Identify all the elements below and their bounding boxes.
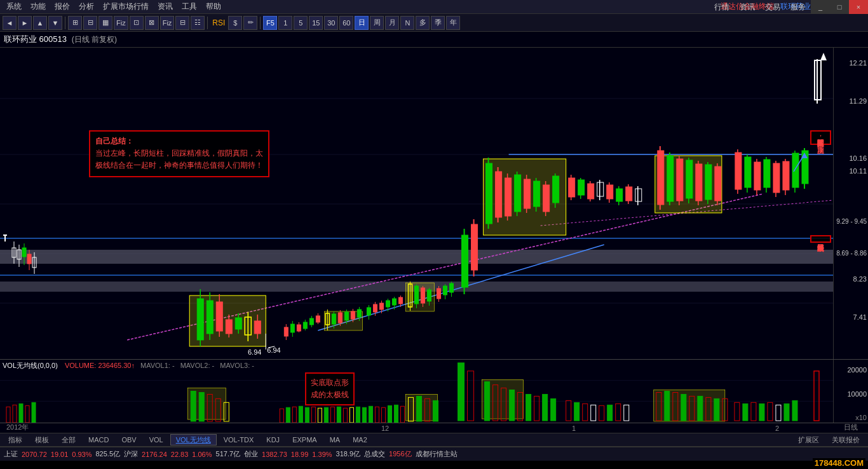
tab-macd[interactable]: MACD [83, 434, 114, 445]
tab-indicator[interactable]: 指标 [3, 434, 28, 445]
tab-related-quote[interactable]: 关联报价 [826, 434, 865, 445]
menu-extend-market[interactable]: 扩展市场行情 [99, 0, 153, 13]
svg-rect-143 [696, 164, 702, 201]
svg-rect-62 [338, 313, 342, 323]
menu-function[interactable]: 功能 [27, 0, 50, 13]
vol-anno-text2: 成的太极线 [311, 389, 349, 401]
menu-help[interactable]: 帮助 [202, 0, 225, 13]
nav-trade[interactable]: 交易 [760, 0, 785, 14]
tab-ma2[interactable]: MA2 [347, 434, 373, 445]
chart-type-4[interactable]: Fiz [114, 16, 128, 30]
indicator-tabs: 指标 模板 全部 MACD OBV VOL VOL无均线 VOL-TDX KDJ… [0, 433, 868, 447]
svg-rect-102 [486, 163, 492, 224]
tf-year[interactable]: 年 [446, 16, 460, 30]
svg-rect-153 [754, 162, 761, 190]
tf-60[interactable]: 60 [339, 16, 353, 30]
svg-rect-241 [768, 402, 773, 421]
nav-service[interactable]: 服务 [785, 0, 811, 14]
tf-day[interactable]: 日 [355, 16, 369, 30]
tf-15[interactable]: 15 [309, 16, 323, 30]
tf-multi[interactable]: 多 [416, 16, 430, 30]
chart-container: 12.21 11.29 10.16 10.11 9.29 - 9.45 8.69… [0, 48, 868, 359]
close-button[interactable]: × [849, 0, 868, 14]
tab-expand[interactable]: 扩展区 [792, 434, 825, 445]
tab-obv[interactable]: OBV [116, 434, 142, 445]
tab-ma[interactable]: MA [324, 434, 346, 445]
price-label-869: 8.69 - 8.86 [836, 250, 867, 257]
up-button[interactable]: ▲ [33, 16, 47, 30]
vol-mavol1: MAVOL1: - [140, 362, 175, 369]
svg-rect-183 [286, 407, 290, 423]
maximize-button[interactable]: □ [830, 0, 849, 14]
svg-rect-49 [297, 325, 301, 331]
menu-analysis[interactable]: 分析 [75, 0, 98, 13]
minimize-button[interactable]: _ [811, 0, 830, 14]
svg-rect-32 [216, 302, 222, 331]
svg-rect-245 [814, 371, 819, 421]
back-button[interactable]: ◄ [3, 16, 17, 30]
status-sz-extra: 517.7亿 [216, 449, 241, 459]
down-button[interactable]: ▼ [48, 16, 62, 30]
status-sh-value: 2070.72 [22, 451, 47, 458]
svg-rect-240 [759, 404, 764, 421]
tab-expma[interactable]: EXPMA [287, 434, 323, 445]
tab-all[interactable]: 全部 [56, 434, 81, 445]
svg-rect-197 [375, 407, 379, 423]
anno-line2: 极线结合在一起时，神奇的事情总值得人们期待！ [95, 160, 263, 172]
chart-type-9[interactable]: ☷ [191, 16, 205, 30]
chart-type-6[interactable]: ⊠ [145, 16, 159, 30]
tab-template[interactable]: 模板 [29, 434, 55, 445]
svg-rect-51 [303, 322, 307, 329]
tf-quarter[interactable]: 季 [431, 16, 445, 30]
svg-rect-91 [437, 289, 441, 299]
svg-rect-157 [773, 163, 780, 193]
chart-type-5[interactable]: ⊡ [130, 16, 144, 30]
draw-btn[interactable]: ✏ [243, 16, 257, 30]
svg-rect-206 [433, 400, 438, 421]
menu-tools[interactable]: 工具 [178, 0, 201, 13]
chart-type-7[interactable]: Fiz [160, 16, 175, 30]
vol-scale-20000: 20000 [847, 366, 867, 374]
tab-vol-tdx[interactable]: VOL-TDX [218, 434, 260, 445]
chart-type-1[interactable]: ⊞ [68, 16, 82, 30]
tab-vol[interactable]: VOL [144, 434, 169, 445]
svg-rect-104 [496, 172, 502, 217]
tab-vol-noma[interactable]: VOL无均线 [170, 434, 217, 445]
svg-rect-242 [776, 405, 781, 421]
tf-month[interactable]: 月 [385, 16, 399, 30]
menu-info[interactable]: 资讯 [154, 0, 177, 13]
dollar-btn[interactable]: $ [228, 16, 242, 30]
nav-market[interactable]: 行情 [709, 0, 735, 14]
svg-rect-244 [792, 400, 797, 421]
svg-rect-36 [235, 318, 241, 329]
f5-button[interactable]: F5 [263, 16, 277, 30]
tf-n[interactable]: N [400, 16, 414, 30]
volume-container: VOL无均线(0,0,0) VOLUME: 236465.30↑ MAVOL1:… [0, 359, 868, 423]
chart-type-2[interactable]: ⊟ [83, 16, 97, 30]
status-total-label: 总成交 [364, 449, 385, 459]
svg-rect-192 [343, 408, 347, 423]
forward-button[interactable]: ► [18, 16, 32, 30]
chart-type-8[interactable]: ⊟ [175, 16, 189, 30]
svg-rect-235 [714, 398, 719, 421]
menu-system[interactable]: 系统 [3, 0, 25, 13]
nav-info[interactable]: 资讯 [735, 0, 760, 14]
price-label-741: 7.41 [853, 313, 867, 321]
tf-1[interactable]: 1 [278, 16, 292, 30]
tf-30[interactable]: 30 [324, 16, 338, 30]
right-nav: 行情 资讯 交易 服务 [709, 0, 811, 14]
tf-week[interactable]: 周 [370, 16, 384, 30]
volume-info: VOL无均线(0,0,0) VOLUME: 236465.30↑ MAVOL1:… [3, 361, 254, 370]
chart-type-3[interactable]: ▦ [98, 16, 112, 30]
svg-rect-128 [616, 189, 623, 201]
svg-rect-145 [705, 165, 712, 200]
svg-rect-147 [715, 167, 721, 201]
svg-rect-8 [0, 250, 833, 264]
tf-5[interactable]: 5 [294, 16, 308, 30]
svg-rect-193 [349, 407, 353, 423]
svg-rect-135 [658, 151, 664, 205]
tab-kdj[interactable]: KDJ [261, 434, 285, 445]
svg-rect-190 [330, 407, 334, 423]
menu-quote[interactable]: 报价 [51, 0, 74, 13]
svg-rect-161 [792, 153, 799, 187]
